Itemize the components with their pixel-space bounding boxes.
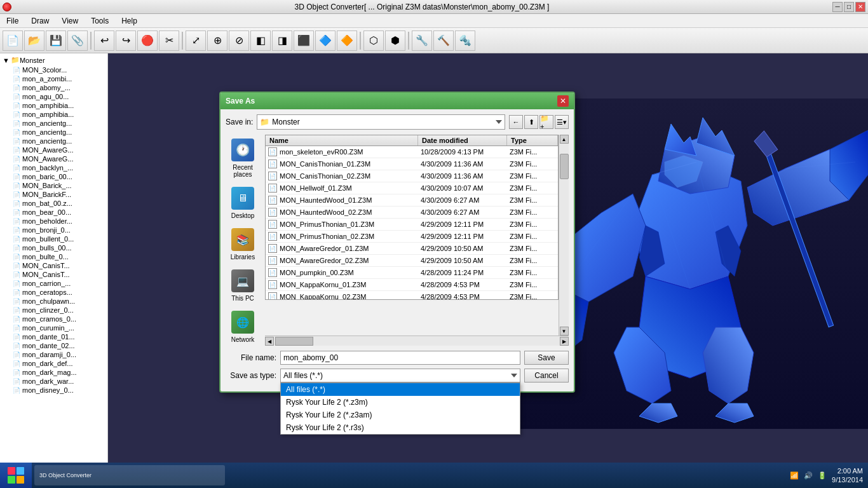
tree-file-item[interactable]: 📄mon_bear_00... xyxy=(1,208,106,217)
file-list-row[interactable]: 📄 MON_KappaKornu_02.Z3M 4/28/2009 4:53 P… xyxy=(266,291,558,300)
tree-file-item[interactable]: 📄mon_ancientg... xyxy=(1,128,106,137)
tree-file-item[interactable]: 📄MON_AwareG... xyxy=(1,154,106,163)
col-name-header[interactable]: Name xyxy=(266,135,418,146)
tree-file-item[interactable]: 📄mon_dante_01... xyxy=(1,332,106,341)
tree-file-item[interactable]: 📄MON_Barick_... xyxy=(1,181,106,190)
filename-input[interactable] xyxy=(280,351,520,365)
dropdown-option-0[interactable]: All files (*.*) xyxy=(281,383,520,396)
back-btn[interactable]: ← xyxy=(509,115,523,129)
menu-draw[interactable]: Draw xyxy=(27,15,53,27)
file-list-row[interactable]: 📄 MON_AwareGredor_01.Z3M 4/29/2009 10:50… xyxy=(266,243,558,255)
tree-file-item[interactable]: 📄MON_BarickF... xyxy=(1,190,106,199)
tree-file-item[interactable]: 📄mon_bat_00.z... xyxy=(1,199,106,208)
save-btn[interactable]: Save xyxy=(524,351,569,365)
tree-file-item[interactable]: 📄mon_abomy_... xyxy=(1,83,106,92)
tree-file-item[interactable]: 📄mon_ancientg... xyxy=(1,119,106,128)
new-button[interactable]: 📄 xyxy=(3,30,23,51)
file-list-row[interactable]: 📄 MON_HauntedWood_02.Z3M 4/30/2009 6:27 … xyxy=(266,207,558,219)
dialog-close-btn[interactable]: ✕ xyxy=(557,95,569,107)
tool12[interactable]: ◧ xyxy=(250,30,271,51)
tool17[interactable]: ⬡ xyxy=(363,30,384,51)
tree-file-item[interactable]: 📄mon_disney_0... xyxy=(1,386,106,395)
file-list-row[interactable]: 📄 MON_PrimusThonian_01.Z3M 4/29/2009 12:… xyxy=(266,219,558,231)
tool7[interactable]: 🔴 xyxy=(137,30,158,51)
start-button[interactable] xyxy=(0,463,32,488)
tree-file-item[interactable]: 📄mon_cramos_0... xyxy=(1,315,106,323)
scrollbar-thumb[interactable] xyxy=(560,154,569,179)
tree-file-item[interactable]: 📄mon_dante_02... xyxy=(1,341,106,350)
undo-button[interactable]: ↩ xyxy=(94,30,114,51)
save-as-dialog[interactable]: Save As ✕ Save in: 📁 Monster ← xyxy=(219,92,575,393)
close-btn[interactable]: ✕ xyxy=(855,2,865,12)
minimize-btn[interactable]: ─ xyxy=(832,2,843,12)
shortcut-recent[interactable]: 🕐 Recent places xyxy=(226,135,260,180)
dropdown-option-3[interactable]: Rysk Your Life 2 (*.r3s) xyxy=(281,421,520,434)
file-list-row[interactable]: 📄 MON_PrimusThonian_02.Z3M 4/29/2009 12:… xyxy=(266,231,558,243)
tool13[interactable]: ◨ xyxy=(272,30,292,51)
tool21[interactable]: 🔩 xyxy=(455,30,475,51)
cancel-btn[interactable]: Cancel xyxy=(524,369,569,383)
tree-expand-icon[interactable]: ▼ xyxy=(3,57,10,64)
col-type-header[interactable]: Type xyxy=(507,135,558,146)
tool16[interactable]: 🔶 xyxy=(337,30,357,51)
file-list-panel[interactable]: Name Date modified Type 📄 mon_skeleton_e… xyxy=(265,135,559,300)
file-list-row[interactable]: 📄 MON_Hellwolf_01.Z3M 4/30/2009 10:07 AM… xyxy=(266,182,558,194)
menu-view[interactable]: View xyxy=(58,15,82,27)
maximize-btn[interactable]: □ xyxy=(844,2,854,12)
tree-file-item[interactable]: 📄mon_carrion_... xyxy=(1,279,106,288)
tool18[interactable]: ⬢ xyxy=(385,30,405,51)
col-date-header[interactable]: Date modified xyxy=(418,135,507,146)
new-folder-btn[interactable]: 📁+ xyxy=(539,115,553,129)
file-list-row[interactable]: 📄 MON_HauntedWood_01.Z3M 4/30/2009 6:27 … xyxy=(266,194,558,207)
tree-file-item[interactable]: 📄mon_dark_war... xyxy=(1,377,106,386)
tool14[interactable]: ⬛ xyxy=(294,30,314,51)
view-btn[interactable]: ☰▾ xyxy=(555,115,569,129)
open-button[interactable]: 📂 xyxy=(24,30,44,51)
file-list-row[interactable]: 📄 MON_CanisThonian_02.Z3M 4/30/2009 11:3… xyxy=(266,170,558,182)
tree-root-row[interactable]: ▼ 📁 Monster xyxy=(1,55,106,65)
tool8[interactable]: ✂ xyxy=(159,30,179,51)
vertical-scrollbar[interactable]: ▲ ▼ xyxy=(559,135,569,336)
file-list-row[interactable]: 📄 MON_KappaKornu_01.Z3M 4/28/2009 4:53 P… xyxy=(266,279,558,291)
tool9[interactable]: ⤢ xyxy=(186,30,206,51)
up-btn[interactable]: ⬆ xyxy=(524,115,538,129)
tree-file-item[interactable]: 📄MON_3color... xyxy=(1,65,106,74)
redo-button[interactable]: ↪ xyxy=(116,30,136,51)
taskbar-app-item[interactable]: 3D Object Converter xyxy=(34,465,225,485)
tool11[interactable]: ⊘ xyxy=(229,30,249,51)
tool19[interactable]: 🔧 xyxy=(412,30,432,51)
tree-file-item[interactable]: 📄mon_dark_mag... xyxy=(1,368,106,377)
file-list-row[interactable]: 📄 MON_CanisThonian_01.Z3M 4/30/2009 11:3… xyxy=(266,158,558,170)
tree-file-item[interactable]: 📄mon_clinzer_0... xyxy=(1,306,106,315)
tree-file-item[interactable]: 📄mon_ancientg... xyxy=(1,137,106,146)
tree-file-item[interactable]: 📄mon_amphibia... xyxy=(1,101,106,110)
file-list-row[interactable]: 📄 mon_skeleton_evR00.Z3M 10/28/2009 4:13… xyxy=(266,146,558,158)
menu-tools[interactable]: Tools xyxy=(87,15,112,27)
tool15[interactable]: 🔷 xyxy=(315,30,336,51)
tree-file-item[interactable]: 📄mon_agu_00... xyxy=(1,92,106,101)
tree-file-item[interactable]: 📄mon_bullent_0... xyxy=(1,234,106,243)
dropdown-option-2[interactable]: Rysk Your Life 2 (*.z3am) xyxy=(281,409,520,421)
save-in-combo[interactable]: 📁 Monster xyxy=(257,114,505,130)
tree-file-item[interactable]: 📄mon_baric_00... xyxy=(1,172,106,181)
tool10[interactable]: ⊕ xyxy=(207,30,227,51)
tree-file-item[interactable]: 📄mon_curumin_... xyxy=(1,323,106,332)
tree-file-item[interactable]: 📄mon_ceratops... xyxy=(1,288,106,297)
tree-file-item[interactable]: 📄mon_bulte_0... xyxy=(1,252,106,261)
tree-file-item[interactable]: 📄mon_bulls_00... xyxy=(1,243,106,252)
savetype-combo[interactable]: All files (*.*) xyxy=(280,369,520,383)
tree-file-item[interactable]: 📄mon_backlyn_... xyxy=(1,163,106,172)
savetype-dropdown[interactable]: All files (*.*) Rysk Your Life 2 (*.z3m)… xyxy=(280,383,520,435)
tree-file-item[interactable]: 📄mon_a_zombi... xyxy=(1,74,106,83)
tree-file-item[interactable]: 📄MON_CanisT... xyxy=(1,270,106,279)
file-list-row[interactable]: 📄 MON_pumpkin_00.Z3M 4/28/2009 11:24 PM … xyxy=(266,267,558,279)
tree-file-item[interactable]: 📄mon_chulpawn... xyxy=(1,297,106,306)
shortcut-desktop[interactable]: 🖥 Desktop xyxy=(226,183,260,222)
tree-file-item[interactable]: 📄mon_beholder... xyxy=(1,217,106,226)
shortcut-thispc[interactable]: 💻 This PC xyxy=(226,266,260,304)
menu-help[interactable]: Help xyxy=(118,15,141,27)
shortcut-libraries[interactable]: 📚 Libraries xyxy=(226,224,260,263)
tree-file-item[interactable]: 📄mon_amphibia... xyxy=(1,110,106,119)
tool4[interactable]: 📎 xyxy=(67,30,88,51)
tree-file-item[interactable]: 📄MON_AwareG... xyxy=(1,146,106,154)
